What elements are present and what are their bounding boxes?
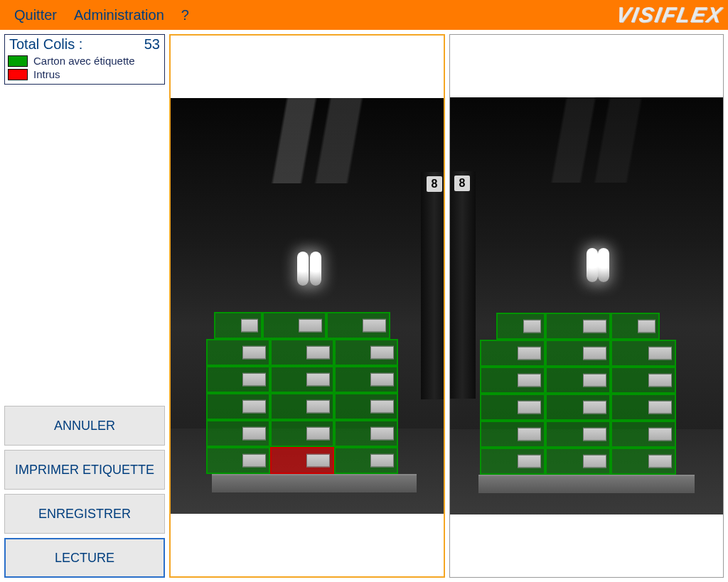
detection-overlay-left xyxy=(206,312,398,474)
detected-box xyxy=(611,367,676,394)
brand-logo: VISIFLEX xyxy=(614,3,724,27)
read-button[interactable]: LECTURE xyxy=(4,538,165,578)
detected-box xyxy=(611,340,676,367)
detected-box xyxy=(545,367,611,394)
detected-box xyxy=(480,367,545,394)
print-button[interactable]: IMPRIMER ETIQUETTE xyxy=(4,450,165,490)
swatch-green-icon xyxy=(8,55,28,67)
detected-box xyxy=(545,340,611,367)
detected-box xyxy=(270,393,334,420)
detected-box xyxy=(270,339,334,366)
detected-box xyxy=(611,313,660,340)
detected-box xyxy=(206,420,270,447)
detected-box xyxy=(206,447,270,474)
detected-box xyxy=(480,448,545,475)
legend-label-red: Intrus xyxy=(33,68,60,80)
detected-box xyxy=(611,394,676,421)
detected-box xyxy=(545,313,611,340)
detected-box xyxy=(545,421,611,448)
info-panel: Total Colis : 53 Carton avec étiquette I… xyxy=(4,34,165,85)
detected-box xyxy=(270,366,334,393)
detected-box xyxy=(262,312,326,339)
detected-box xyxy=(334,393,398,420)
detected-box xyxy=(326,312,390,339)
detected-box-intrus xyxy=(270,447,334,474)
detected-box xyxy=(214,312,262,339)
detection-overlay-right xyxy=(480,313,676,475)
detected-box xyxy=(496,313,545,340)
legend-entry-red: Intrus xyxy=(8,68,161,81)
menu-admin[interactable]: Administration xyxy=(65,7,173,23)
camera-view-left[interactable]: 8 xyxy=(169,34,445,578)
total-label: Total Colis : xyxy=(9,36,82,53)
camera-views: 8 8 xyxy=(169,34,724,578)
total-value: 53 xyxy=(144,36,160,53)
mast-badge-right: 8 xyxy=(454,176,470,191)
detected-box xyxy=(206,339,270,366)
swatch-red-icon xyxy=(8,69,28,80)
menu-help[interactable]: ? xyxy=(173,7,198,23)
detected-box xyxy=(545,448,611,475)
detected-box xyxy=(206,393,270,420)
detected-box xyxy=(611,448,676,475)
detected-box xyxy=(334,447,398,474)
save-button[interactable]: ENREGISTRER xyxy=(4,494,165,534)
detected-box xyxy=(480,340,545,367)
menu-bar: Quitter Administration ? VISIFLEX xyxy=(0,0,728,30)
detected-box xyxy=(334,420,398,447)
detected-box xyxy=(334,339,398,366)
menu-quit[interactable]: Quitter xyxy=(6,7,65,23)
mast-badge-left: 8 xyxy=(427,176,442,192)
camera-view-right[interactable]: 8 xyxy=(449,34,724,578)
detected-box xyxy=(480,421,545,448)
detected-box xyxy=(270,420,334,447)
cancel-button[interactable]: ANNULER xyxy=(4,406,165,446)
detected-box xyxy=(334,366,398,393)
legend-entry-green: Carton avec étiquette xyxy=(8,54,161,68)
legend-label-green: Carton avec étiquette xyxy=(33,55,135,67)
detected-box xyxy=(611,421,676,448)
sidebar: Total Colis : 53 Carton avec étiquette I… xyxy=(4,34,165,578)
detected-box xyxy=(545,394,611,421)
detected-box xyxy=(480,394,545,421)
detected-box xyxy=(206,366,270,393)
